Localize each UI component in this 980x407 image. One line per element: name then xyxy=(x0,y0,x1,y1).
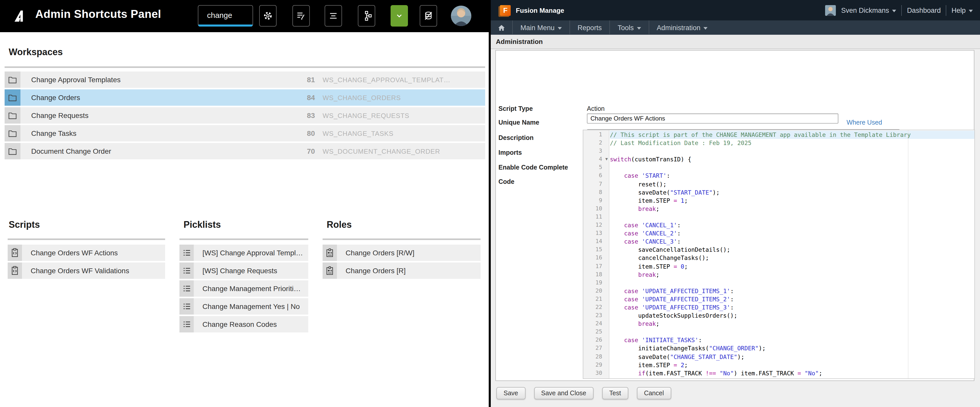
test-button[interactable]: Test xyxy=(602,387,628,399)
picklist-row-label: Change Management Prioriti… xyxy=(194,280,308,297)
breadcrumb: Administration xyxy=(491,35,980,49)
picklist-row[interactable]: Change Management Prioriti… xyxy=(180,280,308,297)
badge-icon xyxy=(323,263,337,279)
avatar[interactable] xyxy=(451,6,471,26)
roles-heading: Roles xyxy=(327,220,352,230)
line-number: 27 xyxy=(583,344,609,353)
folder-icon xyxy=(5,125,21,141)
edit-list-button[interactable] xyxy=(293,5,310,27)
user-avatar xyxy=(826,5,836,16)
nav-reports[interactable]: Reports xyxy=(570,21,609,35)
script-type-label: Script Type xyxy=(498,105,533,112)
workflow-button[interactable] xyxy=(358,5,375,27)
line-number: 18 xyxy=(583,271,609,279)
home-icon[interactable] xyxy=(491,24,512,32)
caret-down-icon xyxy=(558,27,562,29)
database-off-button[interactable] xyxy=(420,5,437,27)
nav-main-menu[interactable]: Main Menu xyxy=(513,21,570,35)
settings-gear-icon xyxy=(262,10,274,21)
nav-administration[interactable]: Administration xyxy=(649,21,715,35)
user-menu[interactable]: Sven Dickmans xyxy=(841,6,896,14)
folder-icon xyxy=(5,143,21,159)
line-number: 12 xyxy=(583,221,609,229)
code-line: case 'START': xyxy=(610,172,974,180)
workspace-system-name: WS_CHANGE_ORDERS xyxy=(323,89,485,106)
edit-list-icon xyxy=(296,10,307,21)
workspace-row[interactable]: Change Approval Templates81WS_CHANGE_APP… xyxy=(5,71,485,88)
picklist-row-label: [WS] Change Approval Templ… xyxy=(194,245,308,261)
line-number: 22 xyxy=(583,303,609,312)
code-line: saveDate("CHANGE_START_DATE"); xyxy=(610,353,974,361)
line-number: 16 xyxy=(583,254,609,262)
line-number: 26 xyxy=(583,336,609,344)
picklist-row[interactable]: [WS] Change Requests xyxy=(180,263,308,279)
line-number: 30 xyxy=(583,369,609,377)
role-row[interactable]: Change Orders [R/W] xyxy=(323,245,480,261)
workspace-row[interactable]: Change Tasks80WS_CHANGE_TASKS xyxy=(5,125,485,141)
role-row-label: Change Orders [R/W] xyxy=(337,245,480,261)
script-icon xyxy=(8,263,22,279)
workspace-system-name: WS_DOCUMENT_CHANGE_ORDER xyxy=(323,143,485,159)
workspace-name: Change Requests xyxy=(21,107,294,124)
form-action-buttons: SaveSave and CloseTestCancel xyxy=(496,387,671,399)
workspace-name: Change Tasks xyxy=(21,125,294,141)
line-number: 14 xyxy=(583,238,609,245)
code-line xyxy=(610,328,974,336)
top-bar: F Fusion Manage Sven Dickmans DashboardH… xyxy=(491,0,980,21)
settings-gear-button[interactable] xyxy=(259,5,277,27)
script-row[interactable]: Change Orders WF Validations xyxy=(8,263,165,279)
role-row[interactable]: Change Orders [R] xyxy=(323,263,480,279)
top-bar-right: Sven Dickmans DashboardHelp xyxy=(826,5,980,16)
workspace-row[interactable]: Change Orders84WS_CHANGE_ORDERS xyxy=(5,89,485,106)
code-line: case 'CANCEL_1': xyxy=(610,221,974,229)
line-number: 31 xyxy=(583,377,609,379)
code-editor[interactable]: // This script is part of the CHANGE MAN… xyxy=(583,130,975,379)
code-line: // This script is part of the CHANGE MAN… xyxy=(610,131,974,139)
top-bar-link-dashboard[interactable]: Dashboard xyxy=(907,6,941,14)
code-line: case 'INITIATE_TASKS': xyxy=(610,336,974,344)
save-button[interactable]: Save xyxy=(496,387,525,399)
list-button[interactable] xyxy=(325,5,342,27)
description-label: Description xyxy=(498,134,534,141)
cancel-button[interactable]: Cancel xyxy=(637,387,671,399)
admin-shortcuts-panel: Admin Shortcuts Panel Workspaces Change … xyxy=(0,0,489,407)
caret-down-icon xyxy=(637,27,641,29)
fold-arrow-icon[interactable]: ▼ xyxy=(605,155,608,164)
picklist-row[interactable]: Change Management Yes | No xyxy=(180,298,308,315)
workspaces-divider xyxy=(5,67,485,68)
caret-down-icon xyxy=(703,27,708,29)
imports-label: Imports xyxy=(498,149,522,156)
code-line: case 'UPDATE_AFFECTED_ITEMS_3': xyxy=(610,303,974,312)
picklist-icon xyxy=(180,316,194,333)
picklist-row[interactable]: [WS] Change Approval Templ… xyxy=(180,245,308,261)
workspace-row[interactable]: Change Requests83WS_CHANGE_REQUESTS xyxy=(5,107,485,124)
script-icon xyxy=(8,245,22,261)
workspaces-heading: Workspaces xyxy=(9,47,63,58)
unique-name-label: Unique Name xyxy=(498,119,539,126)
line-number: 24 xyxy=(583,320,609,328)
caret-down-icon xyxy=(892,10,896,12)
nav-items: Main MenuReportsToolsAdministration xyxy=(512,21,715,35)
line-number-gutter: 1234▼56789101112131415161718192021222324… xyxy=(583,130,609,378)
roles-divider xyxy=(323,239,480,240)
code-line: case 'UPDATE_AFFECTED_ITEMS_2': xyxy=(610,295,974,303)
line-number: 17 xyxy=(583,262,609,271)
code-line: item.STEP = 1; xyxy=(610,196,974,205)
workspace-system-name: WS_CHANGE_APPROVAL_TEMPLAT… xyxy=(323,71,485,88)
unique-name-input[interactable] xyxy=(587,113,838,124)
search-input[interactable] xyxy=(198,6,253,26)
chevron-down-icon xyxy=(395,12,403,20)
workspace-id: 70 xyxy=(294,143,315,159)
line-number: 7 xyxy=(583,180,609,188)
chevron-down-button[interactable] xyxy=(391,5,408,27)
nav-tools[interactable]: Tools xyxy=(610,21,649,35)
code-line xyxy=(610,147,974,155)
badge-icon xyxy=(323,245,337,261)
top-bar-links: DashboardHelp xyxy=(907,5,973,16)
script-row[interactable]: Change Orders WF Actions xyxy=(8,245,165,261)
workspace-row[interactable]: Document Change Order70WS_DOCUMENT_CHANG… xyxy=(5,143,485,159)
save-and-close-button[interactable]: Save and Close xyxy=(534,387,593,399)
top-bar-link-help[interactable]: Help xyxy=(951,6,973,14)
picklist-row[interactable]: Change Reason Codes xyxy=(180,316,308,333)
where-used-link[interactable]: Where Used xyxy=(846,119,882,126)
